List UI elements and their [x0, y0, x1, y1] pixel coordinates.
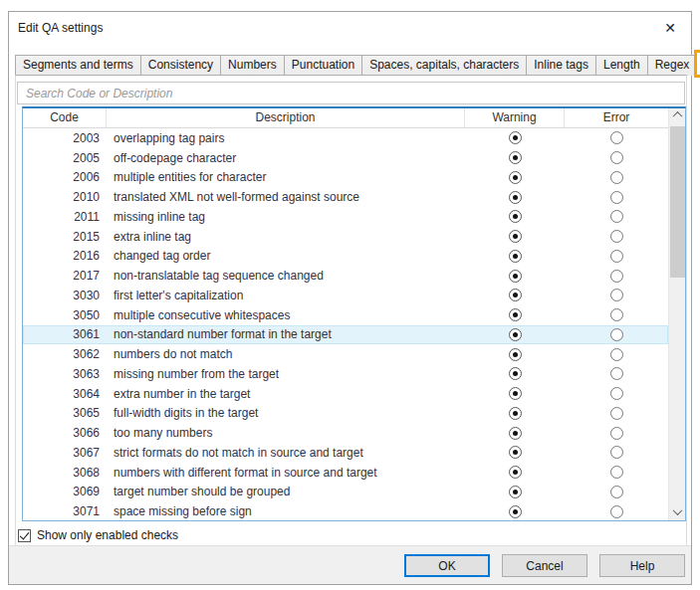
- error-radio[interactable]: [610, 191, 623, 204]
- table-row[interactable]: 3050 multiple consecutive whitespaces: [23, 305, 668, 325]
- table-header: Code Description Warning Error: [23, 108, 685, 128]
- error-radio[interactable]: [610, 270, 623, 283]
- warning-radio[interactable]: [509, 171, 522, 184]
- tab-inline-tags[interactable]: Inline tags: [526, 55, 596, 76]
- warning-radio[interactable]: [509, 270, 522, 283]
- error-radio[interactable]: [610, 348, 623, 361]
- error-radio[interactable]: [610, 250, 623, 263]
- table-row[interactable]: 2010 translated XML not well-formed agai…: [23, 187, 668, 207]
- warning-radio[interactable]: [509, 486, 522, 498]
- row-code: 2006: [23, 170, 107, 184]
- table-row[interactable]: 2015 extra inline tag: [23, 227, 668, 247]
- search-input[interactable]: [17, 82, 685, 104]
- close-button[interactable]: ✕: [655, 16, 685, 40]
- table-row[interactable]: 2005 off-codepage character: [23, 148, 668, 168]
- error-radio[interactable]: [610, 407, 623, 420]
- error-radio[interactable]: [610, 308, 623, 321]
- table-row[interactable]: 2011 missing inline tag: [23, 207, 668, 227]
- table-row[interactable]: 3061 non-standard number format in the t…: [23, 325, 668, 345]
- table-row[interactable]: 2016 changed tag order: [23, 247, 668, 267]
- tab-spaces-capitals-characters[interactable]: Spaces, capitals, characters: [361, 55, 527, 76]
- table-row[interactable]: 3065 full-width digits in the target: [23, 404, 668, 424]
- row-code: 3050: [23, 308, 107, 322]
- show-only-enabled-label: Show only enabled checks: [37, 528, 178, 542]
- ok-button[interactable]: OK: [404, 554, 490, 577]
- tab-label: Numbers: [228, 58, 277, 72]
- column-header-error[interactable]: Error: [565, 108, 668, 127]
- tab-segments-and-terms[interactable]: Segments and terms: [15, 55, 141, 76]
- tab-severity[interactable]: Severity: [696, 52, 700, 76]
- column-header-description[interactable]: Description: [107, 108, 465, 127]
- scrollbar-down-button[interactable]: [669, 503, 686, 520]
- table-row[interactable]: 2003 overlapping tag pairs: [23, 128, 668, 148]
- table-row[interactable]: 3071 space missing before sign: [23, 501, 668, 521]
- warning-radio[interactable]: [509, 446, 522, 459]
- warning-radio[interactable]: [509, 151, 522, 164]
- warning-radio[interactable]: [509, 505, 522, 518]
- error-radio[interactable]: [610, 328, 623, 341]
- table-row[interactable]: 3067 strict formats do not match in sour…: [23, 443, 668, 463]
- warning-radio[interactable]: [509, 466, 522, 479]
- warning-radio[interactable]: [509, 308, 522, 321]
- error-radio[interactable]: [610, 367, 623, 380]
- column-header-warning[interactable]: Warning: [465, 108, 565, 127]
- table-row[interactable]: 3068 numbers with different format in so…: [23, 463, 668, 483]
- error-radio[interactable]: [610, 171, 623, 184]
- warning-radio[interactable]: [509, 250, 522, 263]
- row-description: translated XML not well-formed against s…: [107, 190, 465, 204]
- tab-length[interactable]: Length: [595, 55, 648, 76]
- help-button[interactable]: Help: [599, 554, 685, 577]
- tab-consistency[interactable]: Consistency: [140, 55, 221, 76]
- tab-regex[interactable]: Regex: [647, 55, 698, 76]
- row-description: overlapping tag pairs: [107, 131, 465, 145]
- vertical-scrollbar[interactable]: [668, 106, 685, 520]
- tab-numbers[interactable]: Numbers: [220, 55, 285, 76]
- warning-radio[interactable]: [509, 427, 522, 440]
- warning-radio[interactable]: [509, 191, 522, 204]
- table-row[interactable]: 3063 missing number from the target: [23, 364, 668, 384]
- tab-punctuation[interactable]: Punctuation: [284, 55, 362, 76]
- column-header-code[interactable]: Code: [23, 108, 107, 127]
- table-row[interactable]: 3030 first letter's capitalization: [23, 286, 668, 305]
- table-row[interactable]: 3062 numbers do not match: [23, 344, 668, 364]
- error-radio[interactable]: [610, 427, 623, 440]
- error-radio[interactable]: [610, 486, 623, 498]
- error-radio[interactable]: [610, 131, 623, 144]
- warning-radio[interactable]: [509, 348, 522, 361]
- error-radio[interactable]: [610, 210, 623, 223]
- warning-radio[interactable]: [509, 328, 522, 341]
- warning-radio[interactable]: [509, 387, 522, 400]
- error-radio[interactable]: [610, 466, 623, 479]
- row-code: 3069: [23, 485, 107, 498]
- error-radio[interactable]: [610, 230, 623, 243]
- row-description: strict formats do not match in source an…: [107, 446, 465, 460]
- warning-radio[interactable]: [509, 367, 522, 380]
- tab-label: Segments and terms: [23, 58, 133, 72]
- scrollbar-thumb[interactable]: [670, 126, 685, 278]
- scrollbar-up-button[interactable]: [669, 106, 686, 123]
- table-row[interactable]: 3066 too many numbers: [23, 423, 668, 443]
- warning-radio[interactable]: [509, 230, 522, 243]
- warning-radio[interactable]: [509, 131, 522, 144]
- error-radio[interactable]: [610, 505, 623, 518]
- error-radio[interactable]: [610, 387, 623, 400]
- table-row[interactable]: 3069 target number should be grouped: [23, 483, 668, 502]
- error-radio[interactable]: [610, 151, 623, 164]
- row-code: 3030: [23, 289, 107, 302]
- row-code: 2010: [23, 190, 107, 204]
- row-description: first letter's capitalization: [107, 289, 465, 302]
- table-row[interactable]: 2006 multiple entities for character: [23, 168, 668, 188]
- warning-radio[interactable]: [509, 289, 522, 301]
- show-only-enabled-checkbox[interactable]: [18, 529, 31, 542]
- error-radio[interactable]: [610, 289, 623, 301]
- warning-radio[interactable]: [509, 407, 522, 420]
- error-radio[interactable]: [610, 446, 623, 459]
- table-row[interactable]: 3064 extra number in the target: [23, 384, 668, 404]
- chevron-down-icon: [673, 505, 683, 515]
- table-row[interactable]: 2017 non-translatable tag sequence chang…: [23, 266, 668, 286]
- row-code: 2016: [23, 249, 107, 263]
- warning-radio[interactable]: [509, 210, 522, 223]
- cancel-button[interactable]: Cancel: [502, 554, 587, 577]
- row-code: 3065: [23, 406, 107, 420]
- row-description: extra inline tag: [107, 230, 465, 244]
